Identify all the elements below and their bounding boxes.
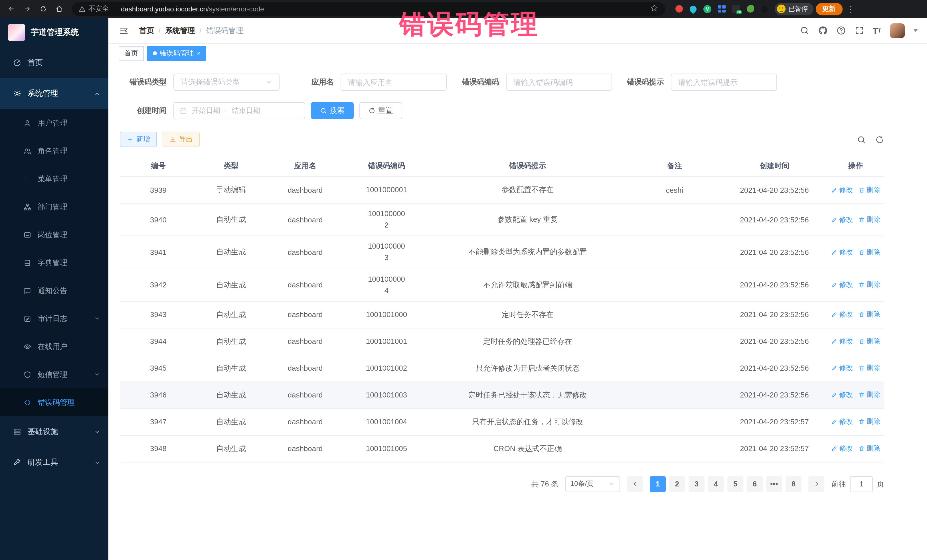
reset-button[interactable]: 重置 <box>359 102 402 119</box>
refresh-icon[interactable] <box>875 135 884 144</box>
delete-link[interactable]: 删除 <box>859 280 880 290</box>
fullscreen-icon[interactable] <box>854 26 864 35</box>
address-bar[interactable]: 不安全 dashboard.yudao.iocoder.cn /system/e… <box>72 2 665 16</box>
extension-icon-2[interactable] <box>688 4 698 14</box>
search-icon[interactable] <box>799 26 809 35</box>
delete-link[interactable]: 删除 <box>859 215 880 225</box>
tab-home[interactable]: 首页 <box>119 46 144 61</box>
sidebar-item-audit-log[interactable]: 审计日志 <box>0 305 108 332</box>
delete-link[interactable]: 删除 <box>859 444 880 454</box>
sidebar-item-home[interactable]: 首页 <box>0 47 108 78</box>
breadcrumb-item-home[interactable]: 首页 <box>139 25 154 36</box>
question-icon[interactable] <box>836 26 846 35</box>
page-button[interactable]: 5 <box>727 476 743 492</box>
export-button[interactable]: 导出 <box>163 132 200 147</box>
chevron-down-icon <box>266 79 272 85</box>
next-page-button[interactable] <box>808 476 824 492</box>
avatar[interactable] <box>890 23 905 38</box>
page-button[interactable]: 2 <box>669 476 685 492</box>
extension-icon-3[interactable]: V <box>703 4 712 14</box>
edit-link[interactable]: 修改 <box>831 280 853 290</box>
edit-link[interactable]: 修改 <box>831 390 853 400</box>
edit-link[interactable]: 修改 <box>831 185 853 195</box>
prev-page-button[interactable] <box>627 476 643 492</box>
extension-icon-6[interactable] <box>746 4 755 14</box>
app-name-input[interactable] <box>340 74 447 91</box>
page-ellipsis[interactable]: ••• <box>766 476 782 492</box>
sidebar-item-infrastructure[interactable]: 基础设施 <box>0 416 108 447</box>
page-button[interactable]: 4 <box>708 476 724 492</box>
security-warning[interactable]: 不安全 <box>79 4 109 14</box>
sidebar-item-system[interactable]: 系统管理 <box>0 78 108 109</box>
reload-icon[interactable] <box>36 2 50 16</box>
sidebar-item-posts[interactable]: 岗位管理 <box>0 221 108 249</box>
hamburger-icon[interactable] <box>117 25 130 36</box>
page-button[interactable]: 6 <box>747 476 763 492</box>
edit-link[interactable]: 修改 <box>831 364 853 373</box>
update-button[interactable]: 更新 <box>816 3 842 15</box>
browser-home-icon[interactable] <box>53 2 66 16</box>
page-button[interactable]: 1 <box>650 476 666 492</box>
top-navbar: 首页 / 系统管理 / 错误码管理 TT <box>108 18 927 44</box>
error-code-input[interactable] <box>506 74 612 91</box>
sidebar-item-dictionary[interactable]: 字典管理 <box>0 249 108 276</box>
page-button[interactable]: 8 <box>786 476 801 492</box>
edit-link[interactable]: 修改 <box>831 444 853 454</box>
search-button[interactable]: 搜索 <box>311 102 354 119</box>
breadcrumb-item-system[interactable]: 系统管理 <box>165 25 195 36</box>
page-button[interactable]: 3 <box>688 476 705 492</box>
profile-chip[interactable]: 已暂停 <box>775 3 813 15</box>
sidebar-item-online-users[interactable]: 在线用户 <box>0 332 108 360</box>
edit-link[interactable]: 修改 <box>831 247 853 257</box>
breadcrumb: 首页 / 系统管理 / 错误码管理 <box>139 25 243 36</box>
table-row: 3944 自动生成 dashboard 1001001001 定时任务的处理器已… <box>120 328 884 355</box>
date-range-picker[interactable]: 开始日期 - 结束日期 <box>173 102 305 119</box>
edit-link[interactable]: 修改 <box>831 215 853 225</box>
delete-link[interactable]: 删除 <box>859 337 880 346</box>
sidebar-item-departments[interactable]: 部门管理 <box>0 193 108 221</box>
extension-icon-4[interactable] <box>717 4 726 14</box>
edit-link[interactable]: 修改 <box>831 310 853 320</box>
tab-close-icon[interactable]: × <box>197 50 201 56</box>
sidebar-item-menus[interactable]: 菜单管理 <box>0 165 108 193</box>
goto-page-input[interactable] <box>850 476 873 492</box>
dictionary-icon <box>23 258 32 267</box>
extensions-pin-icon[interactable] <box>760 4 769 14</box>
delete-link[interactable]: 删除 <box>859 185 880 195</box>
sidebar-item-sms[interactable]: 短信管理 <box>0 360 108 389</box>
forward-icon[interactable] <box>21 2 34 16</box>
bookmark-star-icon[interactable] <box>650 4 658 14</box>
tab-error-code[interactable]: 错误码管理 × <box>147 46 206 61</box>
edit-link[interactable]: 修改 <box>831 337 853 346</box>
edit-link[interactable]: 修改 <box>831 417 853 427</box>
sidebar-item-error-code[interactable]: 错误码管理 <box>0 389 108 416</box>
error-hint-input[interactable] <box>671 74 777 91</box>
sidebar-item-users[interactable]: 用户管理 <box>0 109 108 137</box>
cell-id: 3947 <box>120 413 197 431</box>
error-type-select[interactable]: 请选择错误码类型 <box>173 74 280 91</box>
page-size-select[interactable]: 10条/页 <box>565 476 620 492</box>
caret-down-icon[interactable] <box>913 29 918 32</box>
cell-id: 3944 <box>120 333 197 351</box>
add-button[interactable]: 新增 <box>120 132 157 147</box>
github-icon[interactable] <box>818 26 827 35</box>
delete-link[interactable]: 删除 <box>859 247 880 257</box>
delete-link[interactable]: 删除 <box>859 390 880 400</box>
delete-link[interactable]: 删除 <box>859 310 880 320</box>
users-icon <box>23 146 32 155</box>
cell-hint: CRON 表达式不正确 <box>428 439 628 458</box>
sidebar-item-notices[interactable]: 通知公告 <box>0 276 108 305</box>
sidebar-item-dev-tools[interactable]: 研发工具 <box>0 447 108 478</box>
search-icon <box>320 107 327 114</box>
extension-icon-1[interactable] <box>674 4 684 14</box>
extension-icon-5[interactable]: on <box>731 4 740 14</box>
search-toggle-icon[interactable] <box>857 135 866 144</box>
kebab-menu-icon[interactable]: ⋮ <box>845 4 857 14</box>
delete-link[interactable]: 删除 <box>859 417 880 427</box>
back-icon[interactable] <box>5 2 18 16</box>
cell-type: 自动生成 <box>197 275 265 294</box>
font-size-icon[interactable]: TT <box>872 26 881 35</box>
sidebar-item-roles[interactable]: 角色管理 <box>0 137 108 165</box>
delete-link[interactable]: 删除 <box>859 364 880 373</box>
table-row: 3943 自动生成 dashboard 1001001000 定时任务不存在 2… <box>120 302 884 328</box>
